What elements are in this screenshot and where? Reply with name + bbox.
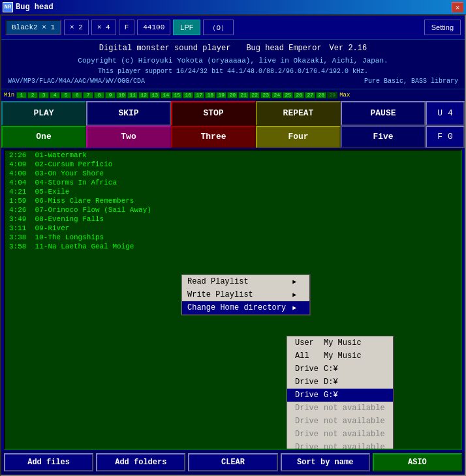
context-menu: Read Playlist ▶ Write Playlist ▶ Change …: [181, 275, 311, 316]
playback-row: PLAY SKIP STOP REPEAT PAUSE U 4: [1, 101, 465, 126]
format-display: F: [119, 20, 135, 35]
vol-seg-27: 27: [305, 92, 315, 98]
window-title: Bug head: [16, 3, 54, 12]
context-read-playlist[interactable]: Read Playlist ▶: [182, 275, 309, 288]
window-icon: NR: [3, 2, 13, 12]
info-line3: This player support 16/24/32 bit 44.1/48…: [8, 67, 458, 76]
info-line1: Digital monster sound player Bug head Em…: [8, 42, 458, 54]
info-line2: Copyright (c) Hiroyuki Yokota (oryaaaaa)…: [8, 55, 458, 67]
vol-seg-3: 3: [39, 92, 49, 98]
vol-seg-22: 22: [249, 92, 260, 98]
vol-seg-7: 7: [83, 92, 93, 98]
list-item[interactable]: 4:04 04-Storms In Africa: [5, 178, 461, 187]
submenu-item-drive-c[interactable]: Drive C:¥: [287, 363, 393, 376]
submenu-item-all-my-music[interactable]: All My Music: [287, 350, 393, 363]
add-files-button[interactable]: Add files: [4, 453, 93, 471]
preset-x2[interactable]: × 2: [64, 20, 89, 35]
preset-black2[interactable]: Black2 × 1: [5, 20, 61, 35]
asio-button[interactable]: ASIO: [373, 453, 462, 471]
vol-seg-10: 10: [116, 92, 127, 98]
extra-display: U 4: [426, 101, 465, 126]
vol-seg-17: 17: [194, 92, 204, 98]
volume-bar[interactable]: Min 1 2 3 4 5 6 7 8 9 10 11 12 13 14 15 …: [1, 89, 465, 101]
info-panel: Digital monster sound player Bug head Em…: [1, 39, 465, 89]
clear-button[interactable]: CLEAR: [188, 453, 277, 471]
paren-display: （O）: [203, 20, 234, 35]
vol-seg-1: 1: [16, 92, 27, 98]
context-change-home[interactable]: Change Home directory ▶ User My Music Al…: [182, 301, 309, 314]
vol-seg-11: 11: [127, 92, 138, 98]
submenu-item-drive-g[interactable]: Drive G:¥: [287, 389, 393, 402]
submenu-arrow-icon: ▶: [292, 278, 296, 286]
info-line4: WAV/MP3/FLAC/M4A/AAC/WMA/WV/OGG/CDA Pure…: [8, 76, 458, 86]
list-item[interactable]: 4:21 05-Exile: [5, 187, 461, 196]
context-write-playlist[interactable]: Write Playlist ▶: [182, 288, 309, 301]
vol-seg-4: 4: [50, 92, 60, 98]
lpf-button[interactable]: LPF: [173, 20, 200, 35]
vol-seg-8: 8: [94, 92, 104, 98]
preset-x4[interactable]: × 4: [91, 20, 116, 35]
submenu-arrow-icon: ▶: [292, 291, 296, 299]
vol-seg-16: 16: [183, 92, 193, 98]
top-controls: Black2 × 1 × 2 × 4 F 44100 LPF （O） Setti…: [1, 16, 465, 39]
channel-one-button[interactable]: One: [1, 126, 86, 148]
info-formats: WAV/MP3/FLAC/M4A/AAC/WMA/WV/OGG/CDA: [8, 76, 145, 86]
submenu-item-drive-na-4: Drive not available: [287, 441, 393, 451]
channel-row: One Two Three Four Five F 0: [1, 126, 465, 148]
channel-four-button[interactable]: Four: [256, 126, 341, 148]
list-item[interactable]: 1:59 06-Miss Clare Remembers: [5, 196, 461, 205]
play-button[interactable]: PLAY: [1, 101, 86, 126]
vol-seg-20: 20: [227, 92, 238, 98]
add-folders-button[interactable]: Add folders: [96, 453, 185, 471]
list-item[interactable]: 4:00 03-On Your Shore: [5, 169, 461, 178]
vol-min-label: Min: [4, 92, 14, 98]
submenu-item-user-my-music[interactable]: User My Music: [287, 336, 393, 350]
list-item[interactable]: 2:26 01-Watermark: [5, 151, 461, 160]
list-item[interactable]: 3:49 08-Evening Falls: [5, 215, 461, 224]
vol-seg-24: 24: [272, 92, 282, 98]
stop-button[interactable]: STOP: [171, 101, 256, 126]
submenu-arrow-icon: ▶: [292, 304, 296, 312]
vol-seg-5: 5: [61, 92, 71, 98]
list-item[interactable]: 3:38 10-The Longships: [5, 233, 461, 242]
info-library: Pure Basic, BASS library: [364, 76, 458, 86]
vol-seg-2: 2: [27, 92, 38, 98]
vol-seg-6: 6: [72, 92, 82, 98]
list-item[interactable]: 4:26 07-Orinoco Flow (Sail Away): [5, 205, 461, 215]
playlist-container[interactable]: 2:26 01-Watermark 4:09 02-Cursum Perfici…: [4, 149, 462, 451]
list-item[interactable]: 3:58 11-Na Laetha Geal Moige: [5, 242, 461, 251]
list-item[interactable]: 4:09 02-Cursum Perficio: [5, 160, 461, 169]
close-button[interactable]: ✕: [452, 2, 463, 12]
vol-seg-23: 23: [260, 92, 271, 98]
vol-seg-14: 14: [161, 92, 171, 98]
submenu-item-drive-na-2: Drive not available: [287, 415, 393, 428]
setting-button[interactable]: Setting: [424, 20, 461, 35]
vol-seg-13: 13: [149, 92, 160, 98]
vol-max-label: Max: [339, 92, 350, 98]
frequency-display: 44100: [137, 20, 170, 35]
sort-button[interactable]: Sort by name: [281, 453, 370, 471]
repeat-button[interactable]: REPEAT: [256, 101, 341, 126]
vol-seg-9: 9: [105, 92, 116, 98]
title-bar: NR Bug head ✕: [0, 0, 466, 14]
channel-five-button[interactable]: Five: [341, 126, 426, 148]
skip-button[interactable]: SKIP: [86, 101, 171, 126]
vol-seg-15: 15: [172, 92, 182, 98]
bottom-row: Add files Add folders CLEAR Sort by name…: [1, 451, 465, 475]
submenu-home-directory: User My Music All My Music Drive C:¥ Dri…: [287, 336, 394, 451]
main-window: Black2 × 1 × 2 × 4 F 44100 LPF （O） Setti…: [0, 14, 466, 476]
vol-seg-19: 19: [216, 92, 226, 98]
vol-seg-18: 18: [205, 92, 215, 98]
vol-seg-26: 26: [294, 92, 304, 98]
submenu-item-drive-na-3: Drive not available: [287, 428, 393, 441]
submenu-item-drive-na-1: Drive not available: [287, 402, 393, 415]
vol-seg-28: 28: [316, 92, 326, 98]
submenu-item-drive-d[interactable]: Drive D:¥: [287, 376, 393, 389]
channel-three-button[interactable]: Three: [171, 126, 256, 148]
pause-button[interactable]: PAUSE: [341, 101, 426, 126]
list-item[interactable]: 3:11 09-River: [5, 224, 461, 233]
vol-seg-21: 21: [238, 92, 249, 98]
channel-extra-display: F 0: [426, 126, 465, 148]
channel-two-button[interactable]: Two: [86, 126, 171, 148]
vol-seg-25: 25: [283, 92, 293, 98]
